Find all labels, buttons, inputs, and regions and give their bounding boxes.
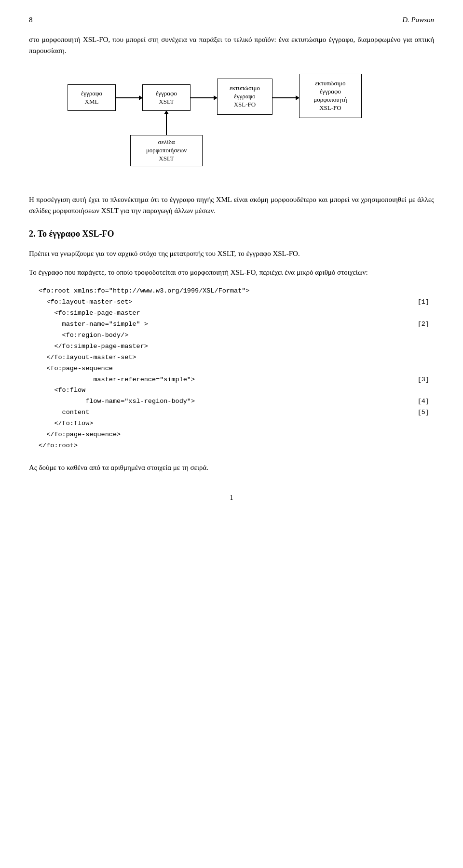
code-line-text: <fo:layout-master-set>	[39, 297, 405, 308]
code-line-number: [4]	[405, 396, 434, 407]
arrow-1-2	[116, 97, 142, 98]
code-line-number	[405, 352, 434, 363]
code-line: <fo:root xmlns:fo="http://www.w3.org/199…	[39, 286, 434, 297]
intro-paragraph: στο μορφοποιητή XSL-FO, που μπορεί στη σ…	[29, 34, 434, 57]
code-line-number	[405, 429, 434, 441]
code-line-text: </fo:flow>	[39, 418, 405, 429]
diagram-box-xml: έγγραφοXML	[68, 84, 116, 111]
code-line-text: master-name="simple" >	[39, 319, 405, 330]
code-line: <fo:flow	[39, 385, 434, 396]
body-paragraph: Η προσέγγιση αυτή έχει το πλεονέκτημα ότ…	[29, 194, 434, 217]
arrow-5-2	[166, 111, 167, 135]
code-line: <fo:layout-master-set>[1]	[39, 297, 434, 308]
code-line-text: <fo:flow	[39, 385, 405, 396]
code-line: </fo:simple-page-master>	[39, 341, 434, 352]
footer-page-number: 1	[230, 494, 233, 501]
code-line-text: <fo:root xmlns:fo="http://www.w3.org/199…	[39, 286, 405, 297]
arrow-3-4	[272, 97, 299, 98]
code-line: </fo:layout-master-set>	[39, 352, 434, 363]
code-line-number	[405, 418, 434, 429]
section-number: 2.	[29, 229, 36, 239]
footer-paragraph: Ας δούμε το καθένα από τα αριθμημένα στο…	[29, 462, 434, 473]
code-line-number: [3]	[405, 374, 434, 386]
page-footer: 1	[29, 493, 434, 503]
code-line-text: </fo:simple-page-master>	[39, 341, 405, 352]
code-line-text: <fo:page-sequence	[39, 363, 405, 374]
code-line: <fo:page-sequence	[39, 363, 434, 374]
code-line-text: </fo:layout-master-set>	[39, 352, 405, 363]
arrow-2-3	[191, 97, 217, 98]
page-number: 8	[29, 14, 33, 26]
code-line-number	[405, 330, 434, 341]
section-title: Το έγγραφο XSL-FO	[38, 229, 114, 239]
code-line-text: <fo:simple-page-master	[39, 308, 405, 319]
diagram-box-xslt: έγγραφοXSLT	[142, 84, 191, 111]
section-heading: 2. Το έγγραφο XSL-FO	[29, 227, 434, 240]
code-line-number: [2]	[405, 319, 434, 330]
diagram: έγγραφοXML έγγραφοXSLT εκτυπώσιμοέγγραφο…	[68, 70, 395, 181]
diagram-box-formatter: εκτυπώσιμοέγγραφομορφοποιητήXSL-FO	[299, 74, 362, 118]
page-title: D. Pawson	[402, 14, 434, 26]
code-line: <fo:simple-page-master	[39, 308, 434, 319]
code-line-number	[405, 308, 434, 319]
diagram-box-xslfo-doc: εκτυπώσιμοέγγραφοXSL-FO	[217, 79, 272, 115]
code-line-number	[405, 385, 434, 396]
code-line: content[5]	[39, 407, 434, 418]
code-line: </fo:root>	[39, 441, 434, 452]
code-line: </fo:flow>	[39, 418, 434, 429]
section-description: Το έγγραφο που παράγετε, το οποίο τροφοδ…	[29, 267, 434, 278]
section-intro: Πρέπει να γνωρίζουμε για τον αρχικό στόχ…	[29, 248, 434, 259]
diagram-box-stylesheet: σελίδαμορφοποιήσεωνXSLT	[130, 135, 203, 166]
code-line-text: </fo:page-sequence>	[39, 429, 405, 441]
code-line-text: master-reference="simple">	[39, 374, 405, 386]
code-line-number	[405, 341, 434, 352]
code-block: <fo:root xmlns:fo="http://www.w3.org/199…	[29, 286, 434, 452]
code-line: <fo:region-body/>	[39, 330, 434, 341]
code-line-number: [1]	[405, 297, 434, 308]
code-line-text: </fo:root>	[39, 441, 405, 452]
diagram-container: έγγραφοXML έγγραφοXSLT εκτυπώσιμοέγγραφο…	[29, 70, 434, 181]
code-line-number	[405, 441, 434, 452]
code-line-number	[405, 363, 434, 374]
code-line: flow-name="xsl-region-body">[4]	[39, 396, 434, 407]
code-line-number: [5]	[405, 407, 434, 418]
code-line-text: content	[39, 407, 405, 418]
code-line-text: flow-name="xsl-region-body">	[39, 396, 405, 407]
code-line: </fo:page-sequence>	[39, 429, 434, 441]
code-line: master-name="simple" >[2]	[39, 319, 434, 330]
page-header: 8 D. Pawson	[29, 14, 434, 26]
code-line-text: <fo:region-body/>	[39, 330, 405, 341]
code-line: master-reference="simple">[3]	[39, 374, 434, 386]
code-line-number	[405, 286, 434, 297]
